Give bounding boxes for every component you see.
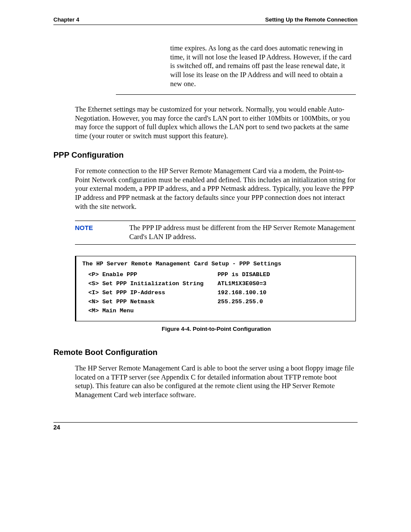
terminal-row-right: ATL1M1X3E0S0=3 [218, 280, 266, 287]
note-label: NOTE [75, 224, 129, 241]
continued-note-block: time expires. As long as the card does a… [116, 44, 356, 95]
terminal-row-right: 255.255.255.0 [218, 299, 263, 305]
ppp-configuration-heading: PPP Configuration [53, 150, 358, 160]
terminal-row-right: 192.168.100.10 [218, 289, 266, 296]
terminal-row: <P> Enable PPP PPP is DISABLED [82, 271, 349, 278]
ppp-note-block: NOTE The PPP IP address must be differen… [75, 221, 356, 244]
terminal-row: <M> Main Menu [82, 308, 349, 314]
terminal-row-left: <I> Set PPP IP-Address [88, 289, 218, 296]
ppp-configuration-paragraph: For remote connection to the HP Server R… [75, 167, 356, 211]
page-number: 24 [53, 424, 60, 431]
page-footer: 24 [53, 422, 358, 431]
terminal-row-left: <M> Main Menu [88, 308, 218, 314]
page-header: Chapter 4 Setting Up the Remote Connecti… [53, 16, 358, 25]
terminal-title: The HP Server Remote Management Card Set… [82, 261, 349, 267]
remote-boot-paragraph: The HP Server Remote Management Card is … [75, 364, 356, 400]
figure-caption: Figure 4-4. Point-to-Point Configuration [75, 326, 358, 332]
terminal-row-left: <N> Set PPP Netmask [88, 299, 218, 305]
continued-note-text: time expires. As long as the card does a… [116, 44, 356, 88]
terminal-row: <I> Set PPP IP-Address 192.168.100.10 [82, 289, 349, 296]
ethernet-paragraph: The Ethernet settings may be customized … [75, 105, 356, 141]
terminal-row-left: <P> Enable PPP [88, 271, 218, 278]
terminal-screenshot: The HP Server Remote Management Card Set… [75, 256, 356, 321]
terminal-row-right: PPP is DISABLED [218, 271, 270, 278]
terminal-row: <N> Set PPP Netmask 255.255.255.0 [82, 299, 349, 305]
remote-boot-heading: Remote Boot Configuration [53, 348, 358, 357]
chapter-title: Setting Up the Remote Connection [265, 16, 358, 23]
chapter-label: Chapter 4 [53, 16, 79, 23]
note-text: The PPP IP address must be different fro… [129, 224, 356, 241]
terminal-row-left: <S> Set PPP Initialization String [88, 280, 218, 287]
terminal-row: <S> Set PPP Initialization String ATL1M1… [82, 280, 349, 287]
